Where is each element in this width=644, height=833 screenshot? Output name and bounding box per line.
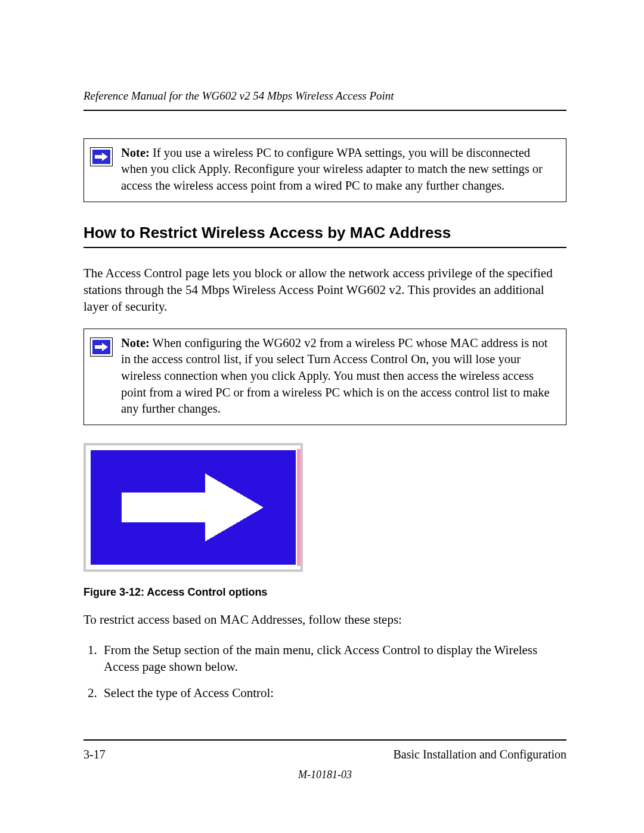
pixel-edge [297,449,301,566]
page-footer: 3-17 Basic Installation and Configuratio… [83,739,566,782]
heading-rule [83,247,566,248]
note-body: When configuring the WG602 v2 from a wir… [121,336,550,416]
figure-caption: Figure 3-12: Access Control options [83,585,566,599]
arrow-right-icon [91,450,296,565]
note-label: Note: [121,336,150,349]
note-icon-frame [90,147,113,166]
note-box-access-control: Note: When configuring the WG602 v2 from… [83,329,566,425]
chapter-title: Basic Installation and Configuration [394,747,567,763]
arrow-right-icon [92,150,110,164]
note-body: If you use a wireless PC to configure WP… [121,146,543,192]
list-item: Select the type of Access Control: [100,685,566,701]
figure-image [83,443,303,572]
arrow-right-icon [92,340,110,354]
section-intro: The Access Control page lets you block o… [83,265,566,315]
note-text: Note: If you use a wireless PC to config… [121,145,559,194]
page-number: 3-17 [83,747,106,763]
figure: Figure 3-12: Access Control options [83,443,566,599]
note-box-wpa: Note: If you use a wireless PC to config… [83,138,566,202]
section-heading: How to Restrict Wireless Access by MAC A… [83,222,566,243]
note-icon-frame [90,337,113,357]
note-label: Note: [121,146,150,159]
document-id: M-10181-03 [83,767,566,782]
steps-intro: To restrict access based on MAC Addresse… [83,611,566,628]
steps-list: From the Setup section of the main menu,… [83,642,566,702]
footer-rule [83,739,566,741]
note-text: Note: When configuring the WG602 v2 from… [121,335,559,417]
running-header: Reference Manual for the WG602 v2 54 Mbp… [83,88,566,111]
list-item: From the Setup section of the main menu,… [100,642,566,676]
